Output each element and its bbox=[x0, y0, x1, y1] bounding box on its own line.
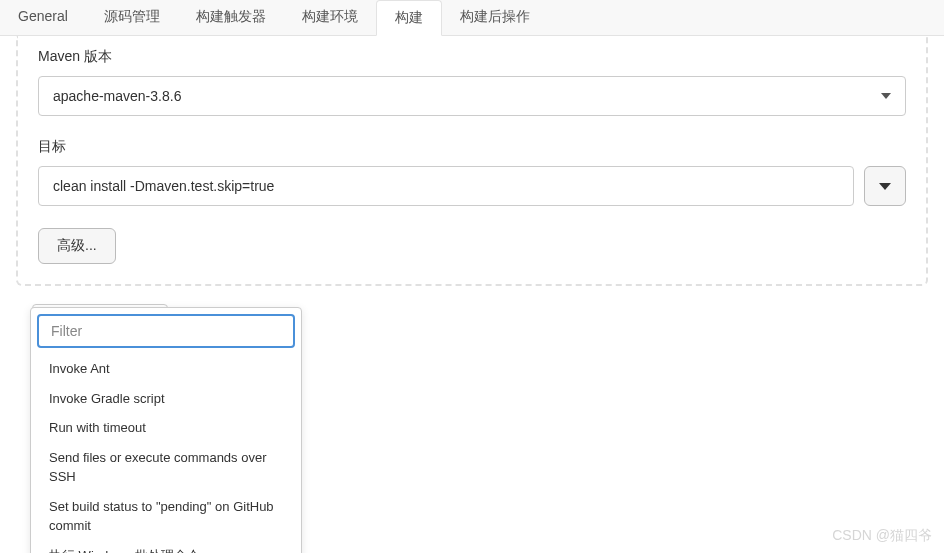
tab-1[interactable]: 源码管理 bbox=[86, 0, 178, 35]
arrow-down-icon bbox=[879, 183, 891, 190]
advanced-button[interactable]: 高级... bbox=[38, 228, 116, 264]
build-step-panel: Maven 版本 apache-maven-3.8.6 目标 高级... bbox=[16, 36, 928, 286]
chevron-down-icon bbox=[881, 93, 891, 99]
add-step-option[interactable]: Invoke Ant bbox=[31, 354, 301, 384]
add-step-option[interactable]: 执行 Windows 批处理命令 bbox=[31, 541, 301, 554]
add-step-option[interactable]: Run with timeout bbox=[31, 413, 301, 443]
tab-bar: General源码管理构建触发器构建环境构建构建后操作 bbox=[0, 0, 944, 36]
maven-version-field: apache-maven-3.8.6 bbox=[38, 76, 906, 116]
tab-2[interactable]: 构建触发器 bbox=[178, 0, 284, 35]
goals-input[interactable] bbox=[38, 166, 854, 206]
maven-version-value: apache-maven-3.8.6 bbox=[53, 88, 181, 104]
maven-version-label: Maven 版本 bbox=[38, 48, 906, 66]
tab-4[interactable]: 构建 bbox=[376, 0, 442, 36]
add-step-option[interactable]: Send files or execute commands over SSH bbox=[31, 443, 301, 492]
goals-row bbox=[38, 166, 906, 206]
goals-dropdown-toggle[interactable] bbox=[864, 166, 906, 206]
watermark: CSDN @猫四爷 bbox=[832, 527, 932, 545]
tab-0[interactable]: General bbox=[0, 0, 86, 35]
add-step-option-list: Invoke AntInvoke Gradle scriptRun with t… bbox=[31, 354, 301, 553]
maven-version-select[interactable]: apache-maven-3.8.6 bbox=[38, 76, 906, 116]
add-step-option[interactable]: Invoke Gradle script bbox=[31, 384, 301, 414]
add-step-filter-input[interactable] bbox=[37, 314, 295, 348]
goals-label: 目标 bbox=[38, 138, 906, 156]
tab-5[interactable]: 构建后操作 bbox=[442, 0, 548, 35]
add-step-dropdown: Invoke AntInvoke Gradle scriptRun with t… bbox=[30, 307, 302, 553]
tab-3[interactable]: 构建环境 bbox=[284, 0, 376, 35]
add-step-option[interactable]: Set build status to "pending" on GitHub … bbox=[31, 492, 301, 541]
content-area: Maven 版本 apache-maven-3.8.6 目标 高级... 增加构… bbox=[0, 36, 944, 342]
